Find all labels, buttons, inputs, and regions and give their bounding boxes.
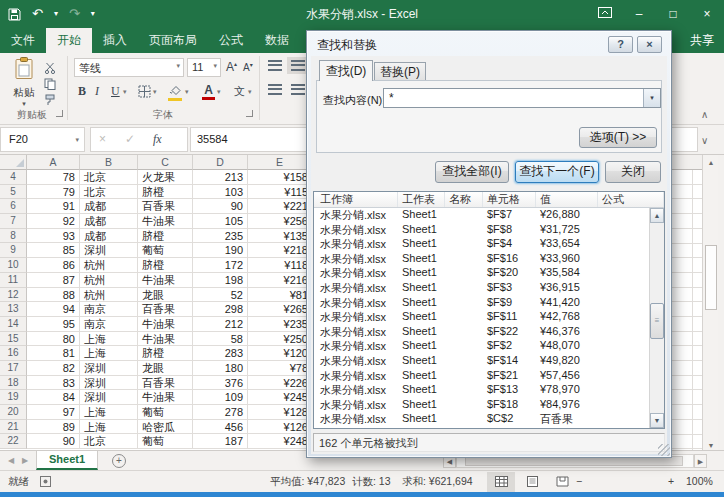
results-scroll-thumb[interactable]: ≡ [650,303,664,339]
cell[interactable]: 198 [193,273,248,288]
column-header-E[interactable]: E [248,155,312,170]
cell[interactable]: 深圳 [80,390,138,405]
fill-color-icon[interactable] [168,84,182,101]
cell[interactable]: 龙眼 [138,288,193,303]
cell[interactable]: 上海 [80,332,138,347]
cell[interactable]: 278 [193,405,248,420]
cell[interactable]: 80 [27,332,80,347]
row-header[interactable]: 9 [0,243,27,258]
cell[interactable]: ¥120 [248,346,312,361]
cell[interactable]: 百香果 [138,302,193,317]
cell[interactable]: 深圳 [80,243,138,258]
cell[interactable]: 牛油果 [138,317,193,332]
row-header[interactable]: 19 [0,390,27,405]
italic-button[interactable]: I [95,84,99,99]
cell[interactable]: 杭州 [80,288,138,303]
cell[interactable]: 89 [27,420,80,435]
cell[interactable]: 103 [193,185,248,200]
row-header[interactable]: 20 [0,405,27,420]
cell[interactable]: ¥248 [248,434,312,449]
cell[interactable]: ¥235 [248,317,312,332]
sheet-cells-right[interactable] [672,170,702,450]
find-all-button[interactable]: 查找全部(I) [435,161,509,183]
maximize-button[interactable]: □ [656,0,690,28]
cell[interactable]: 52 [193,288,248,303]
ribbon-tab-开始[interactable]: 开始 [46,28,92,53]
cell[interactable]: 93 [27,229,80,244]
new-sheet-button[interactable]: + [112,454,126,468]
close-dialog-button[interactable]: 关闭 [605,161,661,183]
cell[interactable]: 180 [193,361,248,376]
find-what-combo[interactable]: * ▾ [383,88,661,108]
cell[interactable]: 212 [193,317,248,332]
clipboard-dialog-launcher[interactable] [56,110,63,117]
cell[interactable]: 86 [27,258,80,273]
cell[interactable]: 脐橙 [138,185,193,200]
row-header[interactable]: 7 [0,214,27,229]
ribbon-tab-文件[interactable]: 文件 [0,28,46,53]
find-result-row[interactable]: 水果分销.xlsxSheet1$F$9¥41,420 [314,296,649,311]
format-painter-icon[interactable] [44,92,62,106]
results-scroll-down-icon[interactable]: ▼ [650,413,664,428]
cell[interactable]: ¥226 [248,376,312,391]
cut-icon[interactable] [44,60,62,74]
cell[interactable]: 百香果 [138,376,193,391]
vertical-scroll-thumb[interactable] [705,245,717,310]
dialog-help-button[interactable]: ? [608,36,633,53]
options-button[interactable]: 选项(T) >> [579,127,657,148]
find-result-row[interactable]: 水果分销.xlsxSheet1$F$16¥33,960 [314,252,649,267]
cell[interactable]: 杭州 [80,258,138,273]
dialog-close-button[interactable]: × [637,36,662,53]
ribbon-tab-插入[interactable]: 插入 [92,28,138,53]
scroll-up-icon[interactable]: ▲ [704,156,718,170]
cell[interactable]: 北京 [80,185,138,200]
align-left-button[interactable] [264,81,286,98]
cell[interactable]: ¥216 [248,273,312,288]
cell[interactable]: 376 [193,376,248,391]
scroll-right-icon[interactable]: ▶ [694,454,707,468]
page-break-view-icon[interactable] [548,472,576,492]
cell[interactable]: 90 [27,434,80,449]
close-button[interactable]: × [690,0,724,28]
row-header[interactable]: 22 [0,434,27,449]
cell[interactable]: 84 [27,390,80,405]
cell[interactable]: ¥265 [248,302,312,317]
top-align-button[interactable] [264,57,286,74]
cell[interactable]: 百香果 [138,199,193,214]
cell[interactable]: 105 [193,214,248,229]
macro-record-icon[interactable] [40,476,51,489]
find-result-row[interactable]: 水果分销.xlsxSheet1$F$8¥31,725 [314,223,649,238]
cell[interactable]: 杭州 [80,273,138,288]
paste-button[interactable]: 粘贴 ▾ [8,57,40,113]
redo-icon[interactable]: ↷ [69,0,80,28]
name-box-dropdown-icon[interactable]: ▾ [75,136,79,144]
qat-customize-icon[interactable]: ▾ [91,0,95,28]
cell[interactable]: 97 [27,405,80,420]
cell[interactable]: 85 [27,243,80,258]
phonetic-guide-button[interactable]: 文 [234,84,245,99]
cell[interactable]: 火龙果 [138,170,193,185]
cell[interactable]: ¥115 [248,185,312,200]
font-color-button[interactable]: A [202,83,215,100]
cell[interactable]: 南京 [80,302,138,317]
cell[interactable]: 91 [27,199,80,214]
cell[interactable]: 58 [193,332,248,347]
results-column-header[interactable]: 公式 [598,192,664,207]
cell[interactable]: 成都 [80,199,138,214]
cell[interactable]: ¥245 [248,390,312,405]
zoom-level[interactable]: 100% [686,475,713,487]
cell[interactable]: 上海 [80,420,138,435]
cell[interactable]: 92 [27,214,80,229]
cell[interactable]: 83 [27,376,80,391]
find-result-row[interactable]: 水果分销.xlsxSheet1$F$2¥48,070 [314,339,649,354]
vertical-scrollbar[interactable]: ▲ ▼ [702,155,718,455]
cell[interactable]: ¥126 [248,420,312,435]
cell[interactable]: ¥81 [248,288,312,303]
cell[interactable]: 牛油果 [138,390,193,405]
cell[interactable]: 脐橙 [138,346,193,361]
find-result-row[interactable]: 水果分销.xlsxSheet1$F$11¥42,768 [314,310,649,325]
results-column-header[interactable]: 值 [536,192,598,207]
save-icon[interactable] [8,8,21,21]
grow-font-button[interactable]: A▴ [226,60,237,74]
cell[interactable]: 脐橙 [138,229,193,244]
